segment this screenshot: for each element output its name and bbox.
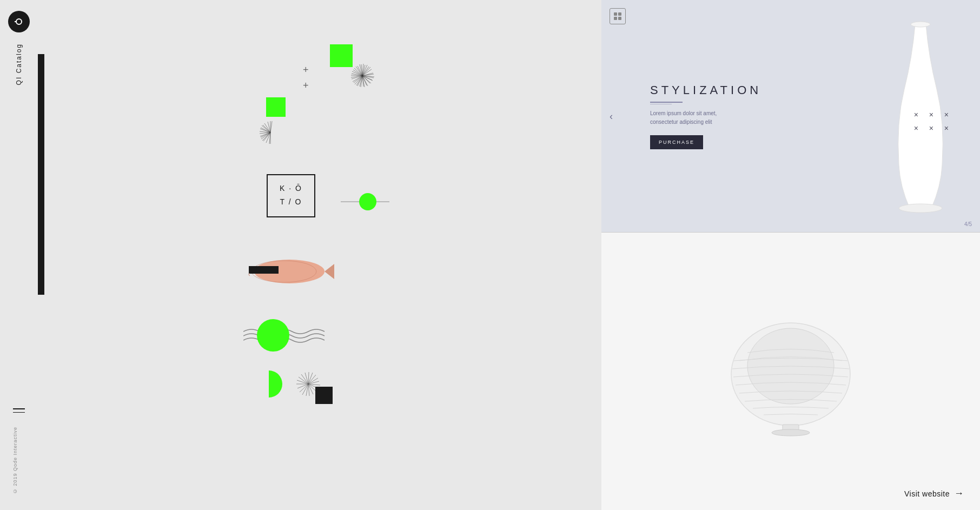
- svg-line-79: [308, 373, 313, 384]
- svg-line-52: [263, 125, 270, 133]
- svg-line-63: [308, 381, 319, 384]
- svg-line-81: [308, 378, 318, 384]
- stylization-description: Lorem ipsum dolor sit amet, consectetur …: [650, 109, 737, 127]
- visit-website-button[interactable]: Visit website →: [904, 488, 964, 499]
- svg-rect-82: [315, 387, 333, 404]
- svg-point-88: [772, 429, 810, 436]
- sidebar-title: QI Catalog: [15, 43, 23, 85]
- svg-point-84: [899, 204, 942, 213]
- copyright-text: © 2019 Qode Interactive: [12, 427, 18, 494]
- svg-line-76: [301, 374, 308, 384]
- burst-top: // We'll do this inline via SVG only: [325, 49, 379, 108]
- stylization-decoration: [650, 102, 683, 103]
- app-logo[interactable]: [8, 11, 30, 32]
- svg-line-78: [308, 372, 309, 384]
- fish-element: [238, 254, 335, 292]
- plus-signs: ++: [303, 62, 309, 94]
- svg-point-62: [257, 319, 289, 352]
- burst-left: [243, 103, 292, 157]
- purchase-button[interactable]: PURCHASE: [650, 135, 703, 149]
- svg-line-51: [262, 133, 270, 141]
- logo-box: K · Ō T / O: [267, 174, 315, 217]
- svg-line-66: [308, 384, 316, 392]
- logo-box-text: K · Ō T / O: [276, 182, 306, 209]
- svg-line-46: [262, 125, 270, 133]
- svg-line-80: [308, 375, 316, 384]
- x-marks-decoration: × × ×× × ×: [914, 108, 953, 135]
- visit-website-arrow: →: [954, 488, 964, 499]
- svg-line-50: [270, 121, 272, 133]
- chair-container: [720, 263, 861, 480]
- panel-prev-arrow[interactable]: ‹: [610, 111, 613, 122]
- svg-line-48: [268, 122, 270, 133]
- svg-line-75: [299, 377, 308, 384]
- svg-line-72: [297, 384, 308, 388]
- grid-icon[interactable]: [610, 8, 626, 24]
- svg-rect-60: [249, 266, 279, 274]
- svg-point-83: [911, 22, 930, 27]
- half-green-circle: [255, 368, 282, 402]
- visit-website-label: Visit website: [904, 489, 950, 498]
- svg-point-56: [359, 193, 376, 210]
- svg-line-13: [354, 68, 362, 76]
- burst-bottom: [295, 360, 338, 410]
- svg-line-74: [297, 380, 308, 384]
- panel-top: ‹ STYLIZATION Lorem ipsum dolor sit amet…: [601, 0, 980, 233]
- svg-line-77: [305, 373, 308, 384]
- stylization-content: STYLIZATION Lorem ipsum dolor sit amet, …: [650, 83, 762, 149]
- svg-point-0: [16, 19, 22, 24]
- svg-point-61: [256, 268, 261, 273]
- green-circle-line: [341, 188, 389, 217]
- menu-icon[interactable]: [13, 408, 25, 413]
- green-circle-wavy: [243, 311, 330, 356]
- panel-bottom: Visit website →: [601, 233, 980, 510]
- sidebar: QI Catalog © 2019 Qode Interactive: [0, 0, 38, 510]
- svg-line-43: [269, 133, 270, 144]
- right-panel: ‹ STYLIZATION Lorem ipsum dolor sit amet…: [601, 0, 980, 510]
- stylization-title: STYLIZATION: [650, 83, 762, 97]
